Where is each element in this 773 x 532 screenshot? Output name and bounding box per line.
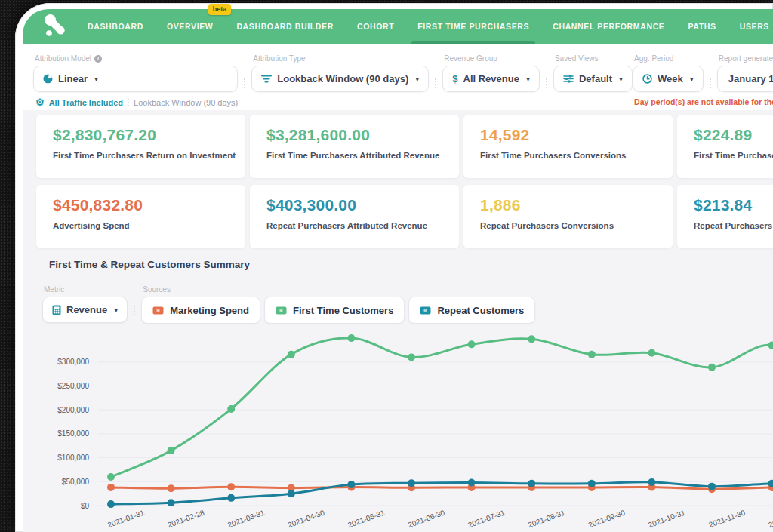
data-point [588, 480, 596, 487]
source-toggle-first-time-customers[interactable]: First Time Customers [264, 297, 405, 324]
traffic-note: ⚙ All Traffic Included Lookback Window (… [35, 97, 238, 107]
info-icon[interactable]: i [94, 55, 102, 63]
y-axis-tick: $300,000 [57, 358, 89, 366]
metric-card: $2,830,767.20First Time Purchasers Retur… [36, 115, 245, 178]
x-axis-label: 2021-06-30 [407, 508, 446, 529]
gear-icon[interactable]: ⚙ [35, 97, 45, 107]
report-generated-note: Report generated 15 ho [719, 54, 773, 63]
saved-views-dropdown[interactable]: Default ▾ [553, 66, 633, 92]
caret-down-icon: ▾ [94, 75, 98, 83]
money-bill-icon [420, 306, 431, 315]
revenue-group-dropdown[interactable]: $ All Revenue ▾ [442, 66, 540, 92]
metric-card: $224.89First Time Purchasers Reve [677, 115, 773, 178]
filter-label-text: Attribution Type [253, 54, 305, 63]
data-point [168, 447, 175, 454]
data-point [107, 500, 115, 508]
divider [435, 78, 436, 88]
attribution-model-dropdown[interactable]: Linear ▾ [33, 66, 238, 92]
metric-label: First Time Purchasers Reve [694, 151, 773, 160]
data-point [648, 478, 655, 486]
nav-tab-label: OVERVIEW [167, 22, 213, 31]
nav-tab-overview[interactable]: OVERVIEW beta [167, 9, 213, 44]
x-axis-label: 2021-07-31 [467, 508, 506, 529]
metric-label: Advertising Spend [53, 221, 229, 230]
x-axis-label: 2021-05-31 [346, 508, 386, 529]
metric-value: $3,281,600.00 [266, 126, 442, 144]
filter-label-text: Attribution Model [35, 54, 91, 63]
traffic-note-detail: Lookback Window (90 days) [134, 98, 238, 107]
divider [134, 306, 135, 315]
metric-label: First Time Purchasers Conversions [480, 151, 656, 160]
date-start-value: January 1, 2021 [728, 73, 773, 85]
dropdown-value: Linear [58, 73, 88, 85]
money-bill-icon [276, 306, 287, 315]
nav-tab-cohort[interactable]: COHORT [357, 9, 394, 44]
date-start-field[interactable]: January 1, 2021 [717, 66, 773, 92]
y-axis-tick: $100,000 [57, 454, 89, 462]
source-toggle-repeat-customers[interactable]: Repeat Customers [408, 297, 535, 324]
dropdown-value: Lookback Window (90 days) [277, 73, 408, 85]
nav-tab-label: DASHBOARD [88, 22, 143, 31]
nav-tab-channel-performance[interactable]: CHANNEL PERFORMANCE [553, 9, 664, 44]
chart-controls: Metric Revenue ▾ Sources [42, 285, 539, 324]
divider [128, 99, 129, 106]
series-line-repeat-customers [111, 482, 773, 504]
y-axis-tick: $200,000 [57, 406, 89, 414]
data-point [227, 483, 235, 490]
attribution-type-group: Attribution Type Lookback Window (90 day… [251, 54, 429, 92]
x-axis-label: 2021-08-31 [527, 508, 566, 529]
filter-label-text: Revenue Group [444, 54, 497, 63]
calculator-icon [52, 305, 61, 315]
data-point [168, 499, 175, 506]
nav-tab-dashboard[interactable]: DASHBOARD [88, 9, 143, 44]
data-point [107, 484, 115, 491]
nav-tab-paths[interactable]: PATHS [688, 9, 716, 44]
source-label: Marketing Spend [170, 305, 249, 316]
traffic-note-text: All Traffic Included [49, 98, 123, 107]
data-point [468, 479, 476, 487]
x-axis-label: 2021-10-31 [647, 508, 686, 529]
divider [710, 78, 711, 88]
data-point [288, 490, 295, 497]
attribution-type-dropdown[interactable]: Lookback Window (90 days) ▾ [251, 66, 429, 92]
caret-down-icon: ▾ [619, 75, 623, 83]
metric-value: $213.84 [694, 196, 773, 214]
data-point [648, 349, 655, 357]
metric-value: $224.89 [694, 126, 773, 144]
divider [546, 78, 547, 88]
nav-tab-first-time-purchasers[interactable]: FIRST TIME PURCHASERS [417, 9, 529, 44]
metric-label: Repeat Purchasers Revenu [694, 221, 773, 230]
metric-value: $2,830,767.20 [53, 126, 229, 144]
nav-tab-label: USERS [740, 22, 769, 31]
data-point [288, 351, 295, 358]
beta-badge: beta [208, 4, 232, 15]
metric-select-group: Metric Revenue ▾ [42, 285, 128, 323]
main-content: $2,830,767.20First Time Purchasers Retur… [23, 110, 773, 532]
agg-period-group: Agg. Period Week ▾ [633, 54, 704, 92]
filter-label-text: Saved Views [555, 54, 599, 63]
nav-tab-label: COHORT [357, 22, 394, 31]
dropdown-value: Default [579, 73, 612, 85]
x-axis-label: 2021-02-28 [166, 508, 205, 529]
metric-label: Repeat Purchasers Conversions [480, 221, 656, 230]
clock-icon [642, 74, 652, 84]
y-axis-tick: $0 [81, 502, 90, 510]
dropdown-value: Week [658, 73, 683, 85]
sources-label: Sources [143, 285, 171, 294]
dropdown-value: All Revenue [463, 73, 519, 85]
metric-card: 1,886Repeat Purchasers Conversions [463, 185, 673, 248]
metric-dropdown[interactable]: Revenue ▾ [42, 297, 128, 323]
caret-down-icon: ▾ [415, 75, 419, 83]
nav-tab-label: PATHS [688, 22, 716, 31]
nav-tab-dashboard-builder[interactable]: DASHBOARD BUILDER [236, 9, 334, 44]
source-toggle-marketing-spend[interactable]: Marketing Spend [141, 297, 260, 324]
nav-tab-users[interactable]: USERS [740, 9, 769, 44]
agg-period-dropdown[interactable]: Week ▾ [633, 66, 704, 92]
metric-card: $403,300.00Repeat Purchasers Attributed … [250, 185, 459, 248]
metric-cards: $2,830,767.20First Time Purchasers Retur… [36, 115, 773, 248]
data-point [708, 483, 716, 490]
metric-card: $3,281,600.00First Time Purchasers Attri… [250, 115, 459, 178]
y-axis-tick: $250,000 [57, 382, 89, 390]
nav-tab-label: FIRST TIME PURCHASERS [417, 22, 529, 31]
data-point [347, 334, 355, 342]
